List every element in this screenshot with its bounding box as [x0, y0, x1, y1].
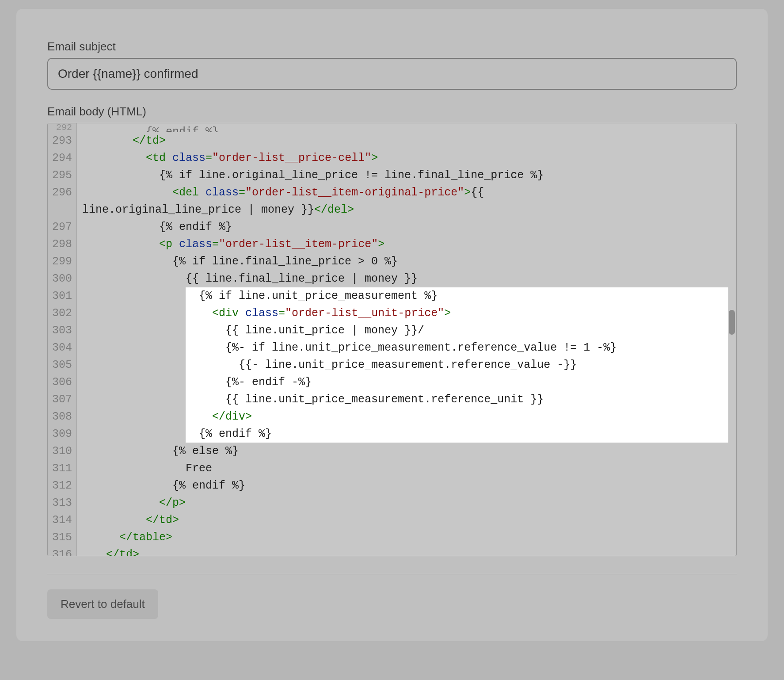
editor-scrollbar-thumb[interactable] — [729, 310, 735, 335]
code-gutter: 2922932942952962972982993003013023033043… — [48, 123, 77, 556]
email-subject-label: Email subject — [47, 40, 737, 53]
code-content[interactable]: {% endif %} </td> <td class="order-list_… — [77, 123, 736, 556]
email-body-code-editor[interactable]: 2922932942952962972982993003013023033043… — [47, 123, 737, 556]
editor-scrollbar-track[interactable] — [729, 123, 735, 556]
email-body-label: Email body (HTML) — [47, 105, 737, 118]
revert-to-default-button[interactable]: Revert to default — [47, 589, 158, 619]
email-template-editor-panel: Email subject Email body (HTML) 29229329… — [16, 9, 768, 641]
divider — [47, 574, 737, 574]
email-subject-input[interactable] — [47, 58, 737, 90]
